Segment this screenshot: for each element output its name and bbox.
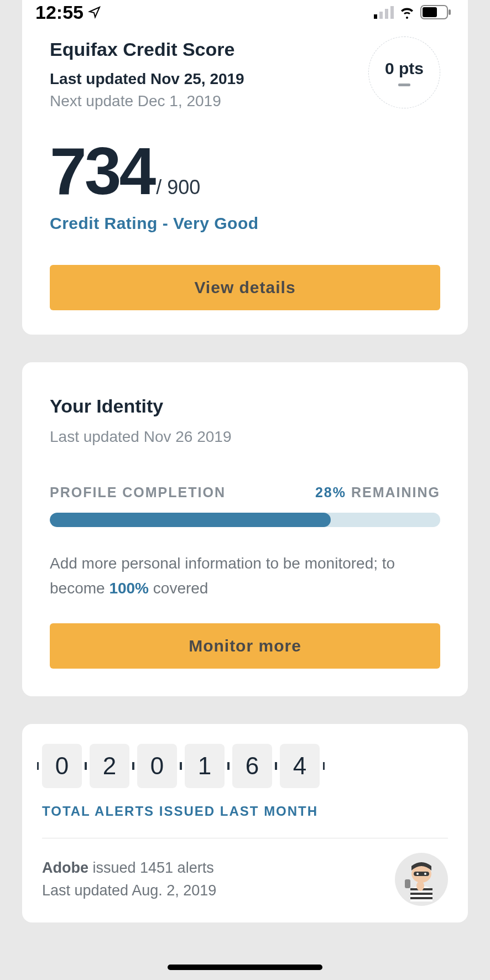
profile-completion-label: PROFILE COMPLETION bbox=[50, 484, 226, 501]
svg-rect-13 bbox=[410, 897, 432, 899]
status-time-area: 12:55 bbox=[35, 2, 101, 23]
status-time: 12:55 bbox=[35, 2, 84, 23]
remaining-word: REMAINING bbox=[346, 484, 440, 500]
svg-rect-8 bbox=[414, 872, 429, 876]
credit-score-last-updated: Last updated Nov 25, 2019 bbox=[50, 70, 244, 88]
identity-card: Your Identity Last updated Nov 26 2019 P… bbox=[22, 362, 468, 696]
credit-score-value: 734 bbox=[50, 138, 154, 204]
counter-digit: 2 bbox=[90, 744, 129, 788]
alert-company: Adobe bbox=[42, 859, 88, 876]
svg-point-9 bbox=[416, 873, 419, 875]
status-icons bbox=[374, 5, 451, 19]
desc-percent: 100% bbox=[109, 580, 149, 597]
counter-digit: 1 bbox=[185, 744, 225, 788]
svg-rect-12 bbox=[410, 893, 432, 895]
desc-prefix: Add more personal information to be moni… bbox=[50, 555, 395, 597]
svg-rect-1 bbox=[379, 12, 383, 19]
svg-rect-2 bbox=[385, 9, 388, 19]
credit-score-card: Equifax Credit Score Last updated Nov 25… bbox=[22, 0, 468, 335]
divider bbox=[42, 838, 448, 838]
svg-point-14 bbox=[416, 881, 424, 891]
location-icon bbox=[88, 6, 101, 19]
profile-progress-bar bbox=[50, 513, 440, 527]
svg-rect-0 bbox=[374, 14, 377, 19]
counter-digit: 4 bbox=[280, 744, 320, 788]
monitor-more-button[interactable]: Monitor more bbox=[50, 623, 440, 669]
alert-detail-text: Adobe issued 1451 alerts Last updated Au… bbox=[42, 857, 216, 901]
remaining-percent: 28% bbox=[315, 484, 346, 500]
profile-progress-fill bbox=[50, 513, 331, 527]
credit-score-heading-block: Equifax Credit Score Last updated Nov 25… bbox=[50, 39, 244, 110]
svg-rect-15 bbox=[405, 879, 410, 888]
thief-avatar-icon bbox=[395, 853, 448, 906]
score-row: 734 / 900 bbox=[50, 138, 440, 204]
points-change-badge: 0 pts bbox=[368, 37, 440, 108]
wifi-icon bbox=[398, 6, 416, 19]
battery-icon bbox=[420, 5, 451, 19]
alerts-card: 0 2 0 1 6 4 TOTAL ALERTS ISSUED LAST MON… bbox=[22, 724, 468, 922]
counter-digit: 6 bbox=[232, 744, 272, 788]
credit-rating-label: Credit Rating - Very Good bbox=[50, 214, 440, 233]
cellular-signal-icon bbox=[374, 6, 394, 19]
profile-completion-description: Add more personal information to be moni… bbox=[50, 551, 440, 601]
profile-completion-row: PROFILE COMPLETION 28% REMAINING bbox=[50, 484, 440, 501]
svg-rect-6 bbox=[449, 9, 451, 15]
points-no-change-icon bbox=[398, 84, 410, 86]
credit-score-max: / 900 bbox=[156, 176, 200, 199]
alerts-label: TOTAL ALERTS ISSUED LAST MONTH bbox=[42, 804, 448, 819]
svg-rect-3 bbox=[390, 6, 394, 19]
counter-digit: 0 bbox=[137, 744, 177, 788]
alert-detail-row[interactable]: Adobe issued 1451 alerts Last updated Au… bbox=[42, 853, 448, 906]
svg-rect-5 bbox=[423, 7, 437, 17]
status-bar: 12:55 bbox=[22, 0, 468, 24]
svg-point-10 bbox=[424, 873, 426, 875]
credit-score-next-update: Next update Dec 1, 2019 bbox=[50, 92, 244, 110]
identity-title: Your Identity bbox=[50, 395, 440, 417]
credit-score-title: Equifax Credit Score bbox=[50, 39, 244, 60]
profile-completion-remaining: 28% REMAINING bbox=[315, 484, 440, 501]
alert-issued: issued 1451 alerts bbox=[88, 859, 214, 876]
desc-suffix: covered bbox=[149, 580, 208, 597]
points-change-value: 0 pts bbox=[385, 59, 424, 78]
alerts-counter: 0 2 0 1 6 4 bbox=[42, 744, 448, 788]
home-indicator[interactable] bbox=[168, 965, 322, 970]
credit-score-header: Equifax Credit Score Last updated Nov 25… bbox=[50, 39, 440, 110]
view-details-button[interactable]: View details bbox=[50, 265, 440, 310]
alert-updated: Last updated Aug. 2, 2019 bbox=[42, 882, 216, 899]
identity-last-updated: Last updated Nov 26 2019 bbox=[50, 428, 440, 446]
counter-digit: 0 bbox=[42, 744, 82, 788]
